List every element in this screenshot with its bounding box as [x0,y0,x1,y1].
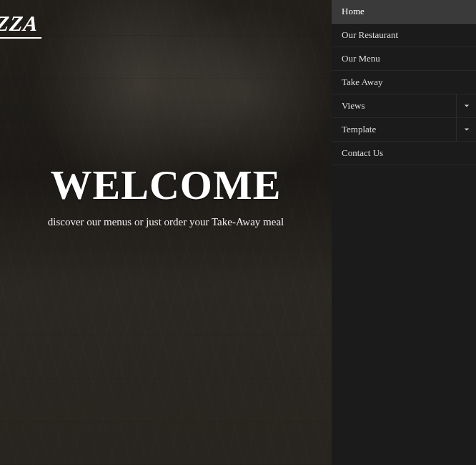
menu-item-our-menu[interactable]: Our Menu [332,47,476,71]
hero-subtitle: discover our menus or just order your Ta… [9,216,323,228]
caret-down-icon [464,124,470,135]
menu-item-label: Take Away [342,77,382,88]
side-menu: HomeOur RestaurantOur MenuTake AwayViews… [332,0,476,465]
menu-item-label: Our Menu [342,53,380,64]
site-logo[interactable]: ZZA [0,11,40,39]
menu-item-take-away[interactable]: Take Away [332,71,476,94]
menu-item-label: Our Restaurant [342,29,398,41]
submenu-toggle-views[interactable] [456,94,476,117]
menu-item-label: Contact Us [342,147,383,159]
hero-title: WELCOME [9,161,323,209]
menu-item-template[interactable]: Template [332,118,476,142]
menu-item-label: Home [342,6,365,17]
menu-item-label: Template [342,124,376,135]
hero-section: WELCOME discover our menus or just order… [0,161,332,228]
menu-item-label: Views [342,100,365,112]
submenu-toggle-template[interactable] [456,118,476,141]
menu-item-views[interactable]: Views [332,94,476,118]
menu-item-our-restaurant[interactable]: Our Restaurant [332,24,476,47]
app-root: ZZA 0 WELCOME discover our menus or just… [0,0,476,465]
caret-down-icon [464,100,470,112]
menu-item-home[interactable]: Home [332,0,476,24]
menu-item-contact-us[interactable]: Contact Us [332,142,476,165]
